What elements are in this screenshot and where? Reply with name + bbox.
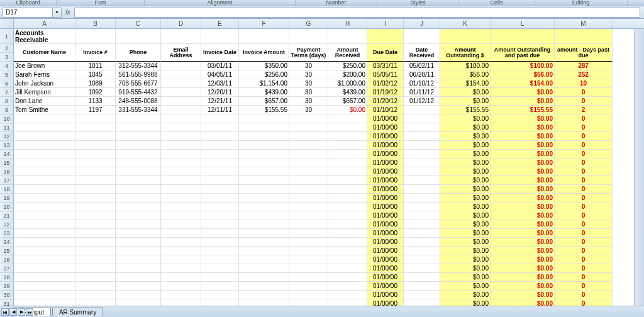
col-header-M[interactable]: M (555, 19, 613, 28)
col-header-D[interactable]: D (161, 19, 201, 28)
cell[interactable]: $0.00 (491, 194, 555, 203)
cell[interactable]: $0.00 (440, 132, 491, 141)
cell[interactable] (239, 247, 289, 255)
tab-next-icon[interactable]: ▶ (18, 308, 25, 316)
row-header-8[interactable]: 8 (0, 97, 13, 106)
cell[interactable] (201, 167, 239, 176)
cell[interactable] (116, 114, 161, 123)
cell[interactable] (289, 203, 328, 211)
cell[interactable] (404, 229, 440, 238)
cell[interactable] (75, 132, 116, 141)
cell[interactable]: Tom Smithe (14, 106, 75, 114)
cell[interactable]: $0.00 (491, 203, 555, 211)
cell[interactable] (404, 114, 440, 123)
cell[interactable] (116, 185, 161, 194)
cell[interactable] (328, 29, 367, 44)
cell[interactable] (239, 141, 289, 150)
cell[interactable]: 30 (289, 88, 328, 97)
cell[interactable] (328, 141, 367, 150)
cell[interactable]: $250.00 (328, 62, 367, 70)
cell[interactable]: $0.00 (491, 88, 555, 97)
cell[interactable] (404, 255, 440, 264)
cell[interactable] (14, 264, 75, 273)
cell[interactable]: $155.55 (239, 106, 289, 114)
cell[interactable] (289, 264, 328, 273)
cell[interactable]: 331-555-3344 (116, 106, 161, 114)
cell[interactable]: 05/05/11 (367, 70, 404, 79)
cell[interactable] (289, 273, 328, 282)
cell[interactable] (440, 29, 491, 44)
col-header-F[interactable]: F (239, 19, 289, 28)
cell[interactable] (289, 299, 328, 306)
cell[interactable] (328, 211, 367, 220)
cell[interactable]: 0 (555, 167, 613, 176)
cell[interactable]: $0.00 (491, 150, 555, 158)
ribbon-group-editing[interactable]: Editing (535, 0, 628, 6)
cell[interactable]: $0.00 (491, 282, 555, 291)
cell[interactable] (201, 132, 239, 141)
cell[interactable]: $0.00 (440, 185, 491, 194)
cell[interactable] (161, 167, 201, 176)
cell[interactable] (289, 158, 328, 167)
cell[interactable]: 01/00/00 (367, 158, 404, 167)
ribbon-group-alignment[interactable]: Alignment (145, 0, 296, 6)
cell[interactable] (328, 291, 367, 299)
cell[interactable] (161, 247, 201, 255)
cell[interactable] (328, 158, 367, 167)
cell[interactable] (161, 132, 201, 141)
cell[interactable]: 0 (555, 97, 613, 106)
cell[interactable]: $0.00 (491, 176, 555, 185)
header-cell[interactable]: Phone (116, 44, 161, 62)
cell[interactable] (116, 158, 161, 167)
cell[interactable] (201, 255, 239, 264)
cell[interactable] (404, 194, 440, 203)
cell[interactable]: 708-555-6677 (116, 79, 161, 88)
cell[interactable] (116, 123, 161, 132)
cell[interactable]: 01/00/00 (367, 176, 404, 185)
cell[interactable] (116, 273, 161, 282)
cell[interactable] (75, 203, 116, 211)
cell[interactable]: $0.00 (491, 123, 555, 132)
cell[interactable] (404, 282, 440, 291)
cell[interactable] (289, 291, 328, 299)
cell[interactable]: 0 (555, 229, 613, 238)
cell[interactable] (328, 238, 367, 247)
row-header-20[interactable]: 20 (0, 203, 13, 211)
cell[interactable] (161, 220, 201, 229)
cell[interactable] (239, 167, 289, 176)
cell[interactable] (328, 185, 367, 194)
select-all-corner[interactable] (0, 19, 14, 29)
cell[interactable] (161, 176, 201, 185)
cell[interactable]: 0 (555, 150, 613, 158)
cell[interactable]: $0.00 (440, 220, 491, 229)
cell[interactable] (14, 194, 75, 203)
cell[interactable]: 1089 (75, 79, 116, 88)
cell[interactable] (201, 150, 239, 158)
cell[interactable]: 0 (555, 255, 613, 264)
cell[interactable]: 01/00/00 (367, 255, 404, 264)
cell[interactable] (239, 299, 289, 306)
name-box-dropdown[interactable]: ▼ (53, 8, 62, 18)
cell[interactable] (404, 158, 440, 167)
cell[interactable]: 1133 (75, 97, 116, 106)
cell[interactable]: $0.00 (440, 255, 491, 264)
cell[interactable] (404, 247, 440, 255)
cell[interactable] (14, 220, 75, 229)
cell[interactable] (14, 150, 75, 158)
row-header-24[interactable]: 24 (0, 238, 13, 247)
row-header-26[interactable]: 26 (0, 255, 13, 264)
cell[interactable]: $154.00 (440, 79, 491, 88)
cell[interactable]: $0.00 (491, 185, 555, 194)
cell[interactable] (116, 211, 161, 220)
row-header-11[interactable]: 11 (0, 123, 13, 132)
cell[interactable]: Jill Kempson (14, 88, 75, 97)
cell[interactable] (14, 255, 75, 264)
ribbon-group-number[interactable]: Number (296, 0, 377, 6)
cell[interactable]: 03/31/11 (367, 62, 404, 70)
row-header-5[interactable]: 5 (0, 70, 13, 79)
cell[interactable] (161, 229, 201, 238)
cell[interactable] (201, 247, 239, 255)
cell[interactable]: $0.00 (440, 264, 491, 273)
cell[interactable]: 0 (555, 185, 613, 194)
cell[interactable] (328, 229, 367, 238)
